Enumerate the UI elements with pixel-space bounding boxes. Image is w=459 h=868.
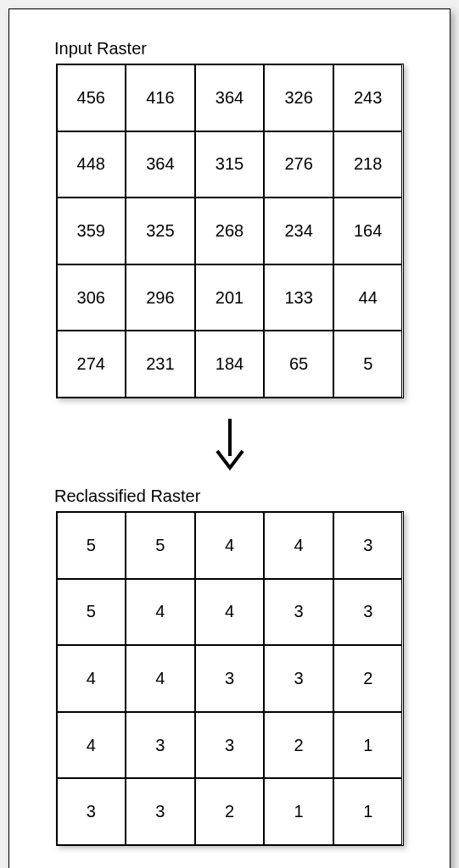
reclass-cell: 4 <box>195 579 265 646</box>
reclass-cell: 2 <box>195 778 265 845</box>
input-cell: 65 <box>264 331 333 398</box>
reclass-cell: 2 <box>333 645 403 712</box>
input-cell: 448 <box>57 131 126 198</box>
input-cell: 268 <box>195 198 265 264</box>
arrow-down-icon <box>212 417 248 471</box>
input-cell: 218 <box>333 131 403 198</box>
input-cell: 201 <box>195 264 265 331</box>
input-cell: 315 <box>195 131 265 198</box>
reclass-cell: 4 <box>57 645 126 712</box>
input-cell: 44 <box>333 264 403 331</box>
reclass-cell: 3 <box>195 645 265 712</box>
reclassified-raster-title: Reclassified Raster <box>54 487 200 506</box>
reclass-cell: 5 <box>57 579 126 646</box>
input-cell: 416 <box>126 64 195 131</box>
input-cell: 133 <box>264 264 333 331</box>
reclass-cell: 2 <box>264 712 333 779</box>
input-raster-title: Input Raster <box>54 39 147 58</box>
reclass-cell: 3 <box>126 712 195 779</box>
input-cell: 5 <box>333 331 403 398</box>
input-cell: 184 <box>195 331 265 398</box>
reclassified-raster-grid: 5 5 4 4 3 5 4 4 3 3 4 4 3 3 2 4 3 3 2 1 … <box>56 511 404 846</box>
input-cell: 364 <box>126 131 195 198</box>
input-cell: 234 <box>264 198 333 264</box>
reclass-cell: 5 <box>126 512 195 579</box>
reclass-cell: 4 <box>126 579 195 646</box>
reclass-cell: 3 <box>333 512 403 579</box>
reclass-cell: 3 <box>264 645 333 712</box>
reclass-cell: 1 <box>333 712 403 779</box>
reclass-cell: 3 <box>264 579 333 646</box>
input-cell: 326 <box>264 64 333 131</box>
input-cell: 274 <box>57 331 126 398</box>
reclass-cell: 3 <box>333 579 403 646</box>
reclass-cell: 1 <box>333 778 403 845</box>
reclass-cell: 4 <box>195 512 265 579</box>
input-cell: 243 <box>333 64 403 131</box>
input-cell: 364 <box>195 64 265 131</box>
input-cell: 164 <box>333 198 403 264</box>
input-cell: 306 <box>57 264 126 331</box>
input-raster-grid: 456 416 364 326 243 448 364 315 276 218 … <box>56 64 404 398</box>
input-cell: 325 <box>126 198 195 264</box>
reclass-cell: 5 <box>57 512 126 579</box>
input-cell: 456 <box>57 64 126 131</box>
reclass-cell: 4 <box>126 645 195 712</box>
input-cell: 296 <box>126 264 195 331</box>
reclass-cell: 1 <box>264 778 333 845</box>
reclass-cell: 3 <box>126 778 195 845</box>
reclass-cell: 4 <box>264 512 333 579</box>
reclass-cell: 3 <box>195 712 265 779</box>
diagram-container: Input Raster 456 416 364 326 243 448 364… <box>8 8 451 868</box>
reclass-cell: 3 <box>57 778 126 845</box>
input-cell: 359 <box>57 198 126 264</box>
reclass-cell: 4 <box>57 712 126 779</box>
input-cell: 231 <box>126 331 195 398</box>
input-cell: 276 <box>264 131 333 198</box>
